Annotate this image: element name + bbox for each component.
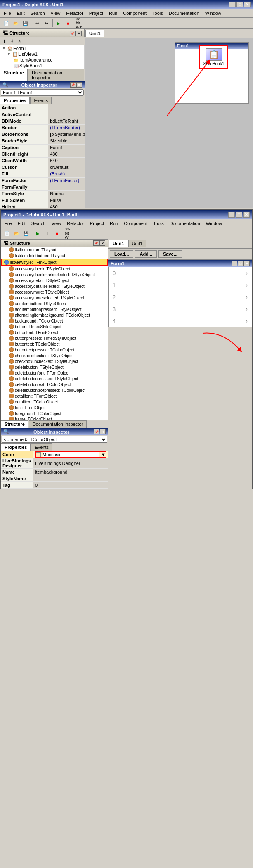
prop-val-fullscreen[interactable]: False [48,197,85,204]
menu-view[interactable]: View [49,10,63,17]
tree-item[interactable]: listitembutton: TLayout [1,247,108,253]
menu2-window[interactable]: Window [204,220,224,227]
struct-tb-3[interactable]: ✕ [16,38,23,44]
menu-search[interactable]: Search [28,10,47,17]
prop-val-clientwidth[interactable]: 640 [48,157,85,164]
obj-combo-2[interactable]: <Unnamed> TColorObject [2,436,107,443]
tree-itemappearance[interactable]: 📁 ItemAppearance [0,57,84,63]
prop-val-cursor[interactable]: crDefault [48,164,85,171]
menu2-project[interactable]: Project [88,220,106,227]
tree-item[interactable]: buttontextpressed: TColorObject [1,347,108,353]
tree-item[interactable]: deletebuttonfont: TFontObject [1,370,108,376]
t2-save[interactable]: 💾 [21,229,31,238]
unit-tab-2[interactable]: Unit1 [128,240,147,247]
menu2-documentation[interactable]: Documentation [168,220,202,227]
prop-val-bdimode[interactable]: bdLeftToRight [48,118,85,124]
open-btn[interactable]: 📂 [11,19,20,28]
tree-item[interactable]: accessorycheckmarkselected: TStyleObject [1,272,108,277]
stylebook-icon[interactable]: 📋 StyleBook1 [199,45,228,69]
tab-properties-1[interactable]: Properties [0,97,30,104]
tree-item[interactable]: deletebuttontext: TColorObject [1,382,108,387]
minimize-button-2[interactable]: _ [228,212,235,218]
menu-file[interactable]: File [2,10,13,17]
menu2-view[interactable]: View [50,220,64,227]
oi-pin[interactable]: 📌 [70,82,76,88]
list-row[interactable]: 4› [109,315,252,327]
tree-item[interactable]: listviewstyle: TFmxObject [1,259,108,266]
prop-val-border[interactable]: (TFormBorder) [48,124,85,131]
tree-item[interactable]: accessorycheck: TStyleObject [1,266,108,272]
tree-item[interactable]: checkboxunchecked: TStyleObject [1,358,108,364]
prop-val-activecontrol[interactable] [48,111,85,118]
add-button[interactable]: Add... [135,250,157,258]
color-input[interactable] [43,452,99,457]
canvas-tab-unit1[interactable]: Unit1 [85,30,104,37]
prop-val-bordericons[interactable]: [biSystemMenu,biMinimize,bi [48,131,85,138]
prop2-val-name[interactable]: itembackground [33,469,108,475]
t2-new[interactable]: 📄 [2,229,12,238]
prop-val-height[interactable]: 480 [48,204,85,208]
oi-close[interactable]: ✕ [76,82,82,88]
obj-combo-1[interactable]: Form1 TForm1 [1,89,84,96]
tree-item[interactable]: accessorymoreselected: TStyleObject [1,295,108,301]
tree-item[interactable]: accessorymore: TStyleObject [1,289,108,295]
minimize-button-1[interactable]: _ [229,2,236,7]
tab-events-1[interactable]: Events [30,97,52,104]
menu2-file[interactable]: File [2,220,14,227]
tree-item[interactable]: deletebutton: TStyleObject [1,364,108,370]
save-btn[interactable]: 💾 [21,19,30,28]
tree-item[interactable]: button: TIntedStyleObject [1,324,108,330]
close-button-1[interactable]: ✕ [244,2,251,7]
tab-structure-1[interactable]: Structure [0,69,28,81]
struct2-close[interactable]: ✕ [99,240,105,246]
tree-item[interactable]: frame: TColorObject [1,416,108,420]
prop-val-action[interactable] [48,104,85,111]
f1-min[interactable]: _ [232,261,237,266]
struct-pin[interactable]: 📌 [70,31,76,36]
tree-item[interactable]: checkboxchecked: TStyleObject [1,353,108,358]
t2-stop[interactable]: ■ [52,229,61,238]
prop-val-formfamily[interactable] [48,184,85,190]
tree-item[interactable]: accessorydetail: TStyleObject [1,277,108,283]
prop-val-fill[interactable]: (Brush) [48,171,85,177]
list-row[interactable]: 3› [109,303,252,315]
tree-item[interactable]: additembutton: TStyleObject [1,301,108,306]
tree-item[interactable]: foreground: TColorObject [1,410,108,416]
tree-item[interactable]: deletebuttontextpressed: TColorObject [1,387,108,393]
prop2-val-tag[interactable]: 0 [33,482,108,489]
list-row[interactable]: 2› [109,291,252,303]
tree-item[interactable]: alternatingitembackground: TColorObject [1,312,108,318]
oi2-close[interactable]: ✕ [100,429,106,434]
load-button[interactable]: Load... [110,250,133,258]
f1-close[interactable]: ✕ [244,261,250,266]
struct-close[interactable]: ✕ [76,31,82,36]
undo-btn[interactable]: ↩ [33,19,42,28]
t2-pause[interactable]: ⏸ [43,229,52,238]
tree-listview1[interactable]: ▼ 📋 ListView1 [0,51,84,57]
menu-component[interactable]: Component [121,10,149,17]
prop-val-clientheight[interactable]: 480 [48,151,85,157]
menu2-edit[interactable]: Edit [16,220,28,227]
prop-val-formstyle[interactable]: Normal [48,190,85,197]
f1-max[interactable]: □ [238,261,244,266]
tree-item[interactable]: accessorydetailselected: TStyleObject [1,283,108,289]
close-button-2[interactable]: ✕ [243,212,250,218]
prop2-val-stylename[interactable] [33,475,108,482]
menu2-tools[interactable]: Tools [151,220,166,227]
tab-properties-2[interactable]: Properties [1,443,31,451]
menu-run[interactable]: Run [107,10,119,17]
maximize-button-2[interactable]: □ [236,212,242,218]
maximize-button-1[interactable]: □ [236,2,243,7]
menu2-component[interactable]: Component [122,220,149,227]
menu-project[interactable]: Project [87,10,105,17]
prop-val-formfactor[interactable]: (TFormFactor) [48,177,85,184]
prop-val-caption[interactable]: Form1 [48,144,85,151]
t2-32bit[interactable]: 32-bit Wi [64,229,73,238]
menu-refactor[interactable]: Refactor [64,10,85,17]
prop2-val-color[interactable]: ▼ [33,451,108,458]
tree-item[interactable]: buttonpressed: TIntedStyleObject [1,335,108,341]
32bit-btn[interactable]: 32-bit Win [76,19,85,28]
new-btn[interactable]: 📄 [2,19,11,28]
tree-item[interactable]: font: TFontObject [1,405,108,410]
list-row[interactable]: 0› [109,267,252,279]
